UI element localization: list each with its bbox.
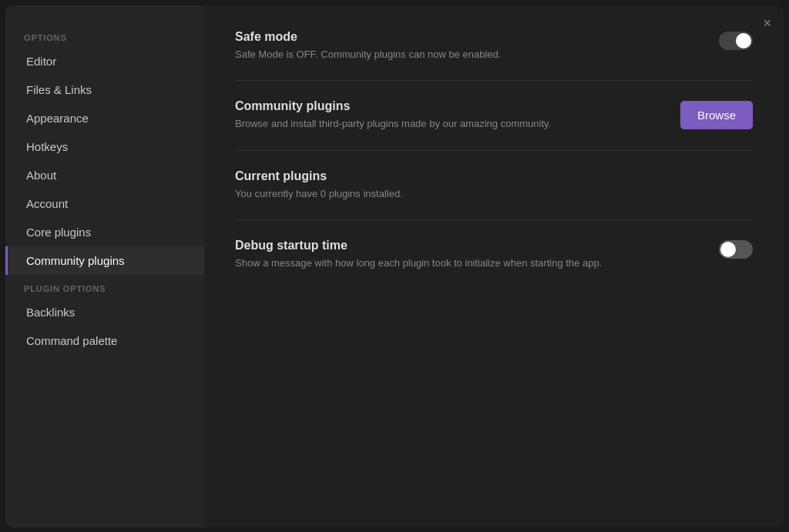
- sidebar-item-hotkeys[interactable]: Hotkeys: [5, 132, 204, 161]
- debug-startup-section: Debug startup time Show a message with h…: [235, 239, 753, 289]
- sidebar-item-community-plugins[interactable]: Community plugins: [5, 246, 204, 275]
- plugin-options-section-label: PLUGIN OPTIONS: [5, 278, 204, 298]
- debug-startup-title: Debug startup time: [235, 239, 707, 253]
- safe-mode-section: Safe mode Safe Mode is OFF. Community pl…: [235, 30, 753, 82]
- safe-mode-toggle[interactable]: [719, 32, 753, 50]
- options-section-label: OPTIONS: [5, 27, 204, 47]
- sidebar-item-appearance[interactable]: Appearance: [5, 104, 204, 132]
- debug-startup-text: Debug startup time Show a message with h…: [235, 239, 707, 271]
- settings-modal: × OPTIONS Editor Files & Links Appearanc…: [5, 5, 784, 527]
- safe-mode-toggle-track: [719, 32, 753, 50]
- debug-startup-toggle-container[interactable]: [719, 240, 753, 262]
- current-plugins-section: Current plugins You currently have 0 plu…: [235, 169, 753, 221]
- safe-mode-desc: Safe Mode is OFF. Community plugins can …: [235, 47, 707, 62]
- safe-mode-title: Safe mode: [235, 30, 707, 44]
- current-plugins-text: Current plugins You currently have 0 plu…: [235, 169, 753, 202]
- safe-mode-toggle-container[interactable]: [719, 32, 753, 53]
- browse-button[interactable]: Browse: [680, 101, 753, 129]
- community-plugins-desc: Browse and install third-party plugins m…: [235, 116, 668, 132]
- debug-startup-toggle[interactable]: [719, 240, 753, 259]
- sidebar-item-core-plugins[interactable]: Core plugins: [5, 218, 204, 246]
- current-plugins-desc: You currently have 0 plugins installed.: [235, 186, 753, 202]
- debug-startup-toggle-track: [719, 240, 753, 259]
- settings-sidebar: OPTIONS Editor Files & Links Appearance …: [5, 5, 204, 527]
- debug-startup-desc: Show a message with how long each plugin…: [235, 256, 707, 271]
- debug-startup-toggle-thumb: [720, 242, 736, 257]
- current-plugins-title: Current plugins: [235, 169, 753, 183]
- safe-mode-text: Safe mode Safe Mode is OFF. Community pl…: [235, 30, 707, 62]
- sidebar-item-files-links[interactable]: Files & Links: [5, 75, 204, 104]
- safe-mode-toggle-thumb: [736, 33, 751, 49]
- sidebar-item-account[interactable]: Account: [5, 189, 204, 218]
- community-plugins-title: Community plugins: [235, 99, 668, 113]
- community-plugins-text: Community plugins Browse and install thi…: [235, 99, 668, 132]
- sidebar-item-backlinks[interactable]: Backlinks: [5, 298, 204, 326]
- sidebar-item-about[interactable]: About: [5, 161, 204, 189]
- main-content: Safe mode Safe Mode is OFF. Community pl…: [204, 5, 784, 527]
- sidebar-item-editor[interactable]: Editor: [5, 47, 204, 75]
- community-plugins-section: Community plugins Browse and install thi…: [235, 99, 753, 151]
- close-button[interactable]: ×: [763, 16, 771, 30]
- sidebar-item-command-palette[interactable]: Command palette: [5, 326, 204, 355]
